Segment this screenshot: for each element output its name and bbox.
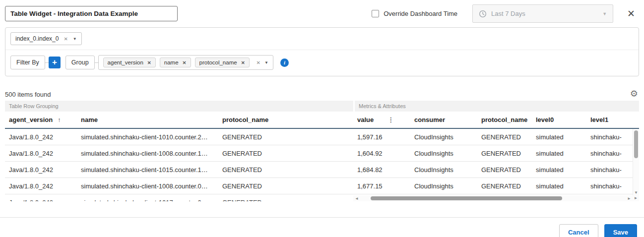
- filter-group-row: Filter By + Group agent_version ✕ name ✕…: [5, 50, 639, 76]
- add-filter-button[interactable]: +: [49, 57, 61, 68]
- cell-name: simulated.shinchaku-client-1017.counter.…: [77, 194, 218, 201]
- dataset-selector[interactable]: index_0.index_0 ✕ ▼: [10, 32, 82, 45]
- cell-level0: simulated: [532, 178, 586, 194]
- column-header-name[interactable]: name: [77, 116, 218, 123]
- cell-value: 1,604.92: [353, 145, 410, 161]
- cell-agent-version: Java/1.8.0_242: [5, 145, 77, 161]
- override-dashboard-time-toggle[interactable]: Override Dashboard Time: [372, 10, 457, 17]
- group-chip-label: name: [164, 59, 179, 65]
- table-row: Java/1.8.0_242 simulated.shinchaku-clien…: [5, 178, 639, 194]
- cell-agent-version: Java/1.8.0_242: [5, 129, 77, 145]
- column-header-agent-version[interactable]: agent_version↑: [5, 116, 77, 123]
- horizontal-scrollbar[interactable]: ◄ ►: [353, 195, 633, 201]
- scroll-right-icon[interactable]: ►: [626, 196, 633, 201]
- group-header-metrics-attributes: Metrics & Attributes: [355, 101, 639, 112]
- group-chip-agent-version: agent_version ✕: [103, 58, 156, 67]
- table-row: Java/1.8.0_242 simulated.shinchaku-clien…: [5, 129, 639, 145]
- cell-agent-version: Java/1.8.0_242: [5, 194, 77, 201]
- scroll-down-icon[interactable]: ▼: [633, 190, 639, 195]
- cell-name: simulated.shinchaku-client-1008.counter.…: [77, 178, 218, 194]
- chip-remove-icon[interactable]: ✕: [183, 60, 187, 65]
- close-icon[interactable]: ✕: [625, 9, 637, 18]
- cell-protocol-name-2: GENERATED: [477, 129, 532, 145]
- group-clear-icon[interactable]: ✕: [257, 60, 260, 65]
- column-header-level1[interactable]: level1: [586, 116, 639, 123]
- connector-line: [45, 62, 49, 63]
- cell-consumer: CloudInsights: [410, 129, 477, 145]
- column-header-protocol-name-2[interactable]: protocol_name: [477, 116, 532, 123]
- column-group-band: Table Row Grouping Metrics & Attributes: [5, 101, 639, 112]
- cell-protocol-name: GENERATED: [218, 178, 353, 194]
- results-row: 500 items found ⚙: [5, 89, 638, 98]
- cell-protocol-name: GENERATED: [218, 145, 353, 161]
- footer: Cancel Save: [0, 218, 644, 237]
- filter-by-label: Filter By: [10, 56, 45, 69]
- save-button[interactable]: Save: [604, 224, 637, 237]
- column-header-level0[interactable]: level0: [532, 116, 586, 123]
- kebab-menu-icon[interactable]: ⋮: [387, 116, 394, 123]
- connector-line: [61, 62, 65, 63]
- cell-level1: shinchaku-: [586, 162, 639, 178]
- cell-name: simulated.shinchaku-client-1010.counter.…: [77, 129, 218, 145]
- override-checkbox-label: Override Dashboard Time: [384, 10, 457, 17]
- cancel-button[interactable]: Cancel: [559, 224, 598, 237]
- dataset-selector-label: index_0.index_0: [15, 35, 59, 42]
- cell-protocol-name-2: GENERATED: [477, 145, 532, 161]
- cell-level0: simulated: [532, 145, 586, 161]
- time-range-value: Last 7 Days: [491, 10, 525, 17]
- horizontal-scrollbar-track[interactable]: [360, 195, 626, 201]
- dataset-row: index_0.index_0 ✕ ▼: [5, 28, 639, 50]
- column-header-consumer[interactable]: consumer: [410, 116, 477, 123]
- scroll-right-corner-icon[interactable]: ►: [633, 195, 639, 201]
- table-header-row: agent_version↑ name protocol_name value⋮…: [5, 112, 639, 129]
- column-header-value[interactable]: value⋮: [353, 116, 410, 123]
- chip-remove-icon[interactable]: ✕: [147, 60, 151, 65]
- cell-consumer: CloudInsights: [410, 162, 477, 178]
- group-label: Group: [65, 56, 95, 69]
- dataset-clear-icon[interactable]: ✕: [64, 36, 67, 42]
- cell-level0: simulated: [532, 129, 586, 145]
- time-range-select[interactable]: Last 7 Days ▼: [472, 4, 613, 23]
- group-chip-protocol-name: protocol_name ✕: [195, 58, 250, 67]
- cell-protocol-name-2: GENERATED: [477, 162, 532, 178]
- group-by-selector[interactable]: agent_version ✕ name ✕ protocol_name ✕ ✕…: [98, 55, 273, 70]
- chip-remove-icon[interactable]: ✕: [241, 60, 245, 65]
- cell-consumer: CloudInsights: [410, 145, 477, 161]
- chevron-down-icon[interactable]: ▼: [73, 37, 77, 41]
- group-header-table-row-grouping: Table Row Grouping: [5, 101, 353, 112]
- cell-level1: shinchaku-: [586, 129, 639, 145]
- column-header-protocol-name[interactable]: protocol_name: [218, 116, 353, 123]
- table-row: Java/1.8.0_242 simulated.shinchaku-clien…: [5, 145, 639, 162]
- cell-value: 1,677.15: [353, 178, 410, 194]
- results-table: Table Row Grouping Metrics & Attributes …: [5, 101, 639, 201]
- table-body: Java/1.8.0_242 simulated.shinchaku-clien…: [5, 129, 639, 201]
- chevron-down-icon[interactable]: ▼: [264, 60, 268, 65]
- override-checkbox[interactable]: [372, 10, 379, 17]
- vertical-scrollbar[interactable]: ▼: [633, 129, 639, 195]
- table-row: Java/1.8.0_242 simulated.shinchaku-clien…: [5, 162, 639, 178]
- cell-protocol-name: GENERATED: [218, 194, 353, 201]
- widget-title-input[interactable]: [5, 6, 178, 21]
- group-chip-name: name ✕: [160, 58, 191, 67]
- cell-agent-version: Java/1.8.0_242: [5, 162, 77, 178]
- cell-name: simulated.shinchaku-client-1015.counter.…: [77, 162, 218, 178]
- info-icon[interactable]: i: [280, 59, 289, 67]
- connector-line: [95, 62, 98, 63]
- scroll-left-icon[interactable]: ◄: [353, 196, 360, 201]
- cell-level1: shinchaku-: [586, 178, 639, 194]
- cell-protocol-name: GENERATED: [218, 162, 353, 178]
- vertical-scrollbar-thumb[interactable]: [634, 130, 638, 158]
- cell-consumer: CloudInsights: [410, 178, 477, 194]
- horizontal-scrollbar-thumb[interactable]: [371, 196, 562, 200]
- cell-value: 1,597.16: [353, 129, 410, 145]
- group-chip-label: agent_version: [108, 59, 143, 65]
- cell-level1: shinchaku-: [586, 145, 639, 161]
- sort-asc-icon[interactable]: ↑: [58, 117, 61, 123]
- cell-agent-version: Java/1.8.0_242: [5, 178, 77, 194]
- cell-name: simulated.shinchaku-client-1008.counter.…: [77, 145, 218, 161]
- cell-value: 1,684.82: [353, 162, 410, 178]
- cell-protocol-name: GENERATED: [218, 129, 353, 145]
- dialog-header: Override Dashboard Time Last 7 Days ▼ ✕: [0, 0, 644, 26]
- gear-icon[interactable]: ⚙: [630, 89, 638, 98]
- items-found-count: 500 items found: [5, 91, 51, 98]
